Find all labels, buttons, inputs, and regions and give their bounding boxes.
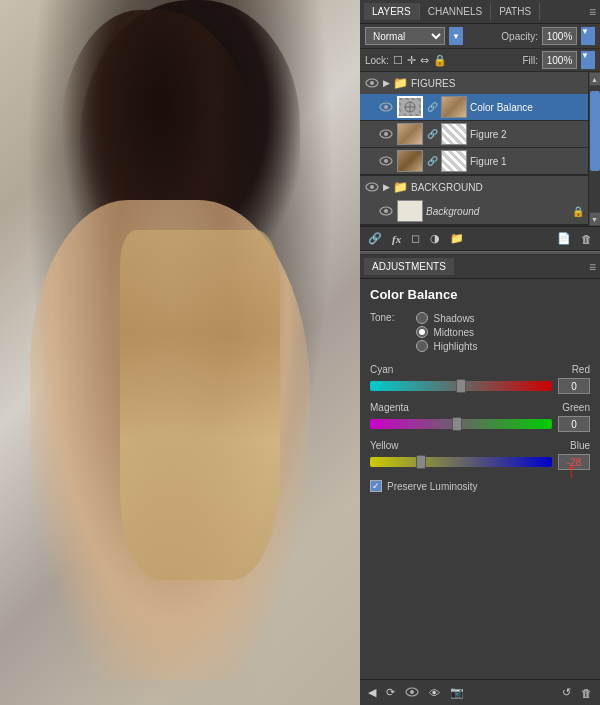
cyan-red-slider-track[interactable] <box>370 381 552 391</box>
eye-icon-background-group[interactable] <box>364 179 380 195</box>
hair-front <box>120 230 280 580</box>
magenta-green-thumb[interactable] <box>452 417 462 431</box>
opacity-arrow[interactable]: ▼ <box>581 27 595 45</box>
fx-action-btn[interactable]: fx <box>389 231 404 247</box>
layer-group-figures: ▶ 📁 FIGURES <box>360 72 588 176</box>
mask-action-btn[interactable]: ◻ <box>408 230 423 247</box>
arrow-icon-figures[interactable]: ▶ <box>383 78 390 88</box>
blend-mode-select[interactable]: Normal Multiply Screen <box>365 27 445 45</box>
preserve-row: Preserve Luminosity <box>370 480 590 492</box>
adjustments-panel: ADJUSTMENTS ≡ Color Balance Tone: Shadow… <box>360 255 600 705</box>
adj-back-btn[interactable]: ◀ <box>365 684 379 701</box>
yellow-blue-header: Yellow Blue <box>370 440 590 451</box>
scroll-thumb[interactable] <box>590 91 600 171</box>
radio-highlights[interactable]: Highlights <box>416 340 477 352</box>
tab-layers[interactable]: LAYERS <box>364 3 420 20</box>
link-action-btn[interactable]: 🔗 <box>365 230 385 247</box>
adj-clip-btn[interactable]: 📷 <box>447 684 467 701</box>
scroll-up-btn[interactable]: ▲ <box>589 72 601 86</box>
opacity-input[interactable] <box>542 27 577 45</box>
red-up-arrow: ↑ <box>566 460 576 480</box>
eye-icon-bg[interactable] <box>378 203 394 219</box>
yellow-blue-thumb[interactable] <box>416 455 426 469</box>
svg-point-13 <box>384 209 388 213</box>
adj-menu-button[interactable]: ≡ <box>589 260 596 274</box>
lock-icon-transform[interactable]: ⇔ <box>420 54 429 67</box>
radio-midtones-btn[interactable] <box>416 326 428 338</box>
preserve-label: Preserve Luminosity <box>387 481 478 492</box>
radio-highlights-btn[interactable] <box>416 340 428 352</box>
fill-input[interactable] <box>542 51 577 69</box>
tab-channels[interactable]: CHANNELS <box>420 3 491 20</box>
fill-arrow[interactable]: ▼ <box>581 51 595 69</box>
tone-row: Tone: Shadows Midtones <box>370 312 590 352</box>
adj-bottom-bar: ◀ ⟳ 👁 📷 ↺ 🗑 <box>360 679 600 705</box>
blend-mode-arrow[interactable]: ▼ <box>449 27 463 45</box>
link-icon-f2: 🔗 <box>426 129 438 139</box>
cyan-red-value[interactable] <box>558 378 590 394</box>
adj-action-btn[interactable]: ◑ <box>427 230 443 247</box>
radio-shadows[interactable]: Shadows <box>416 312 477 324</box>
layer-group-background: ▶ 📁 BACKGROUND <box>360 176 588 226</box>
arrow-icon-background[interactable]: ▶ <box>383 182 390 192</box>
yellow-label: Yellow <box>370 440 399 451</box>
scroll-track <box>590 86 600 212</box>
magenta-green-section: Magenta Green <box>370 402 590 432</box>
cyan-red-thumb[interactable] <box>456 379 466 393</box>
svg-point-1 <box>370 81 374 85</box>
layer-item-figure2[interactable]: 🔗 Figure 2 <box>360 121 588 148</box>
layer-item-color-balance[interactable]: 🔗 Color Balance <box>360 94 588 121</box>
green-label: Green <box>562 402 590 413</box>
radio-midtones-label: Midtones <box>433 327 474 338</box>
radio-midtones[interactable]: Midtones <box>416 326 477 338</box>
eye-icon-figures[interactable] <box>364 75 380 91</box>
layer-actions: 🔗 fx ◻ ◑ 📁 📄 🗑 <box>360 226 600 250</box>
magenta-green-value[interactable] <box>558 416 590 432</box>
adj-reset-btn[interactable]: ⟳ <box>383 684 398 701</box>
eye-icon-figure2[interactable] <box>378 126 394 142</box>
adj-visibility-btn[interactable] <box>402 685 422 701</box>
magenta-green-slider-track[interactable] <box>370 419 552 429</box>
adj-delete-btn[interactable]: 🗑 <box>578 685 595 701</box>
image-area <box>0 0 360 705</box>
tone-options: Shadows Midtones Highlights <box>416 312 477 352</box>
adj-reset2-btn[interactable]: ↺ <box>559 684 574 701</box>
tone-label: Tone: <box>370 312 394 323</box>
group-name-figures: FIGURES <box>411 78 584 89</box>
layers-scrollbar[interactable]: ▲ ▼ <box>588 72 600 226</box>
eye-icon-figure1[interactable] <box>378 153 394 169</box>
magenta-label: Magenta <box>370 402 409 413</box>
cyan-label: Cyan <box>370 364 393 375</box>
group-action-btn[interactable]: 📁 <box>447 230 467 247</box>
blend-mode-row: Normal Multiply Screen ▼ Opacity: ▼ <box>360 24 600 49</box>
adj-content: Color Balance Tone: Shadows Midton <box>360 279 600 679</box>
layers-menu-button[interactable]: ≡ <box>589 5 596 19</box>
tab-adjustments[interactable]: ADJUSTMENTS <box>364 258 454 275</box>
lock-label: Lock: <box>365 55 389 66</box>
eye-icon-color-balance[interactable] <box>378 99 394 115</box>
folder-icon-background: 📁 <box>393 180 408 194</box>
tab-paths[interactable]: PATHS <box>491 3 540 20</box>
layer-thumb-figure2 <box>397 123 423 145</box>
layer-group-figures-header[interactable]: ▶ 📁 FIGURES <box>360 72 588 94</box>
delete-layer-btn[interactable]: 🗑 <box>578 231 595 247</box>
scroll-down-btn[interactable]: ▼ <box>589 212 601 226</box>
layer-mask-figure1 <box>441 150 467 172</box>
radio-shadows-btn[interactable] <box>416 312 428 324</box>
folder-icon-figures: 📁 <box>393 76 408 90</box>
preserve-checkbox[interactable] <box>370 480 382 492</box>
layer-item-figure1[interactable]: 🔗 Figure 1 <box>360 148 588 175</box>
svg-point-7 <box>384 132 388 136</box>
lock-icon-check[interactable]: ☐ <box>393 54 403 67</box>
layer-group-background-header[interactable]: ▶ 📁 BACKGROUND <box>360 176 588 198</box>
adj-panel-title: Color Balance <box>370 287 590 302</box>
lock-icon-all[interactable]: 🔒 <box>433 54 447 67</box>
new-layer-btn[interactable]: 📄 <box>554 230 574 247</box>
group-name-background: BACKGROUND <box>411 182 584 193</box>
lock-icon-move[interactable]: ✛ <box>407 54 416 67</box>
layer-item-background[interactable]: Background 🔒 <box>360 198 588 225</box>
yellow-blue-slider-track[interactable] <box>370 457 552 467</box>
adj-preview-btn[interactable]: 👁 <box>426 685 443 701</box>
radio-highlights-label: Highlights <box>433 341 477 352</box>
radio-shadows-label: Shadows <box>433 313 474 324</box>
